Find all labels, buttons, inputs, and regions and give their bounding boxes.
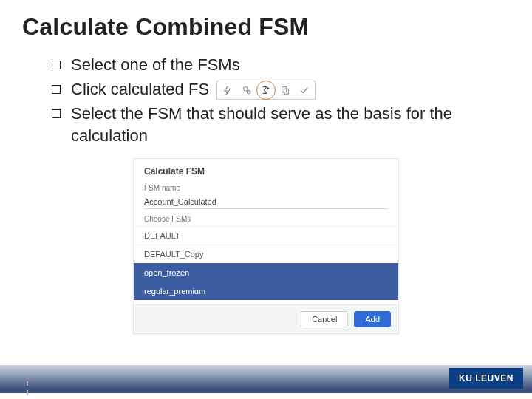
bullet-square-icon — [52, 85, 61, 94]
bullet-square-icon — [52, 61, 61, 69]
fsm-option-default-copy[interactable]: DEFAULT_Copy — [134, 245, 398, 263]
lightning-icon[interactable] — [220, 83, 235, 98]
bullet-list: Select one of the FSMs Click calculated … — [22, 54, 510, 148]
bullet-3-text: Select the FSM that should serve as the … — [71, 103, 510, 149]
choose-fsms-list: Choose FSMs DEFAULT DEFAULT_Copy open_fr… — [134, 209, 398, 300]
svg-point-0 — [244, 86, 248, 91]
fsm-option-open-frozen[interactable]: open_frozen — [134, 263, 398, 282]
choose-fsms-label: Choose FSMs — [134, 209, 398, 226]
bullet-1: Select one of the FSMs — [52, 54, 510, 77]
cancel-button[interactable]: Cancel — [301, 311, 348, 327]
dialog-footer: Cancel Add — [134, 304, 398, 333]
bullet-2-pretext: Click calculated FS — [71, 80, 209, 98]
calculate-fsm-dialog: Calculate FSM FSM name Choose FSMs DEFAU… — [133, 158, 399, 334]
copy-icon[interactable] — [278, 83, 293, 98]
fsm-name-input[interactable] — [144, 195, 388, 209]
slide-title: Calculate Combined FSM — [22, 13, 510, 41]
check-icon[interactable] — [297, 83, 312, 98]
inline-toolbar — [216, 81, 316, 100]
bullet-1-text: Select one of the FSMs — [71, 54, 510, 77]
slide: Calculate Combined FSM Select one of the… — [0, 0, 532, 399]
bullet-2: Click calculated FS — [52, 78, 510, 101]
bullet-3: Select the FSM that should serve as the … — [52, 103, 510, 149]
fsm-name-label: FSM name — [144, 184, 388, 192]
svg-point-1 — [248, 90, 251, 94]
footer-marks — [27, 381, 28, 395]
dialog-title: Calculate FSM — [134, 159, 398, 180]
fsm-option-default[interactable]: DEFAULT — [134, 226, 398, 245]
fsm-name-section: FSM name — [134, 180, 398, 209]
kuleuven-logo: KU LEUVEN — [449, 368, 523, 389]
bullet-square-icon — [52, 109, 61, 118]
fsm-option-regular-premium[interactable]: regular_premium — [134, 282, 398, 300]
add-button[interactable]: Add — [354, 311, 391, 327]
gears-icon[interactable] — [239, 83, 254, 98]
sigma-plus-icon[interactable] — [259, 83, 273, 98]
bullet-2-text: Click calculated FS — [71, 78, 510, 101]
